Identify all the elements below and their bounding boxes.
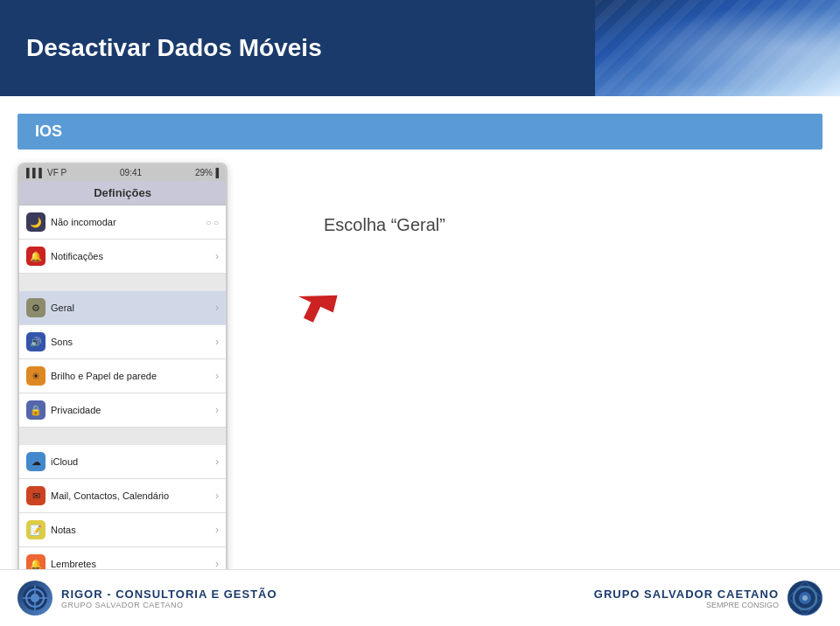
page-title: Desactivar Dados Móveis (26, 34, 322, 62)
right-brand-name: GRUPO SALVADOR CAETANO (594, 588, 779, 601)
phone-mockup: ▌▌▌ VF P 09:41 29%▐ Definições 🌙 Não inc… (18, 163, 228, 583)
phone-separator-2 (19, 428, 226, 445)
svg-point-9 (802, 595, 808, 601)
phone-item-icloud: ☁ iCloud › (19, 445, 226, 479)
main-content: ▌▌▌ VF P 09:41 29%▐ Definições 🌙 Não inc… (0, 163, 840, 583)
phone-section-2: ⚙ Geral › 🔊 Sons › ☀ Brilho e Papel de p… (19, 291, 226, 428)
phone-status-bar: ▌▌▌ VF P 09:41 29%▐ (19, 164, 226, 181)
phone-item-mail: ✉ Mail, Contactos, Calendário › (19, 479, 226, 513)
chevron-icon: › (215, 370, 219, 382)
item-label: Brilho e Papel de parede (51, 371, 210, 381)
footer-left-brand: RIGOR - CONSULTORIA E GESTÃO GRUPO SALVA… (18, 581, 277, 616)
page-header: Desactivar Dados Móveis (0, 0, 840, 96)
header-decorative-image (595, 0, 840, 96)
phone-item-privacidade: 🔒 Privacidade › (19, 393, 226, 428)
phone-screen-title: Definições (19, 181, 226, 205)
chevron-icon: › (215, 302, 219, 314)
item-label: Sons (51, 337, 210, 347)
notes-icon: 📝 (26, 520, 46, 539)
chevron-icon: › (215, 524, 219, 536)
phone-separator-1 (19, 274, 226, 291)
item-label: Não incomodar (51, 217, 200, 227)
footer-right-brand: GRUPO SALVADOR CAETANO SEMPRE CONSIGO (594, 581, 822, 616)
phone-section-1: 🌙 Não incomodar ○ ○ 🔔 Notificações › (19, 205, 226, 274)
phone-item-geral[interactable]: ⚙ Geral › (19, 291, 226, 325)
item-label: Lembretes (51, 559, 210, 569)
svg-marker-0 (290, 281, 340, 329)
right-brand-sub: SEMPRE CONSIGO (594, 601, 779, 609)
instructions-area: Escolha “Geral” (254, 163, 822, 235)
instruction-text: Escolha “Geral” (324, 215, 822, 235)
right-logo (788, 581, 822, 616)
section-label: IOS (35, 122, 62, 140)
footer-right-text: GRUPO SALVADOR CAETANO SEMPRE CONSIGO (594, 588, 779, 609)
signal-indicator: ▌▌▌ VF P (26, 168, 66, 177)
phone-item-notificacoes: 🔔 Notificações › (19, 240, 226, 274)
item-label: Mail, Contactos, Calendário (51, 490, 210, 501)
header-title-area: Desactivar Dados Móveis (0, 0, 595, 96)
chevron-icon: › (215, 404, 219, 416)
left-brand-sub: GRUPO SALVADOR CAETANO (61, 601, 277, 609)
gear-icon: ⚙ (26, 298, 46, 317)
chevron-icon: › (215, 250, 219, 262)
phone-item-notas: 📝 Notas › (19, 513, 226, 547)
left-brand-name: RIGOR - CONSULTORIA E GESTÃO (61, 588, 277, 601)
mail-icon: ✉ (26, 486, 46, 505)
phone-section-3: ☁ iCloud › ✉ Mail, Contactos, Calendário… (19, 445, 226, 581)
item-label: iCloud (51, 456, 210, 467)
moon-icon: 🌙 (26, 212, 46, 232)
toggle-control[interactable]: ○ ○ (206, 218, 219, 227)
privacy-icon: 🔒 (26, 400, 46, 420)
time-display: 09:41 (120, 168, 142, 177)
chevron-icon: › (215, 490, 219, 502)
footer-left-text: RIGOR - CONSULTORIA E GESTÃO GRUPO SALVA… (61, 588, 277, 609)
chevron-icon: › (215, 336, 219, 348)
bell-icon: 🔔 (26, 247, 46, 266)
sound-icon: 🔊 (26, 332, 46, 351)
item-label: Privacidade (51, 405, 210, 415)
left-logo (18, 581, 52, 616)
phone-item-nao-incomodar: 🌙 Não incomodar ○ ○ (19, 205, 226, 240)
page-footer: RIGOR - CONSULTORIA E GESTÃO GRUPO SALVA… (0, 569, 840, 626)
chevron-icon: › (215, 558, 219, 570)
item-label: Notificações (51, 251, 210, 261)
phone-item-sons: 🔊 Sons › (19, 325, 226, 359)
chevron-icon: › (215, 456, 219, 468)
battery-indicator: 29%▐ (195, 168, 219, 177)
item-label: Geral (51, 303, 210, 313)
arrow-annotation (289, 280, 341, 332)
phone-item-brilho: ☀ Brilho e Papel de parede › (19, 359, 226, 393)
brightness-icon: ☀ (26, 366, 46, 386)
icloud-icon: ☁ (26, 452, 46, 471)
item-label: Notas (51, 525, 210, 535)
section-bar: IOS (18, 114, 822, 150)
